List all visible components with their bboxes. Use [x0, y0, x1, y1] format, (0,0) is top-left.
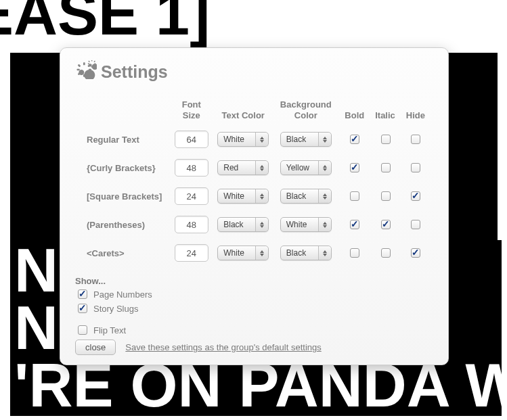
panel-title-text: Settings	[101, 62, 168, 82]
svg-rect-8	[91, 60, 92, 62]
close-button[interactable]: close	[75, 340, 116, 355]
show-header: Show...	[75, 276, 433, 286]
flip-text-checkbox[interactable]	[78, 325, 87, 335]
col-bg-color: Background Color	[275, 99, 336, 120]
settings-row: Regular TextWhiteBlack	[86, 130, 428, 149]
bold-checkbox[interactable]	[350, 191, 359, 201]
chevron-updown-icon	[318, 161, 331, 174]
hide-checkbox[interactable]	[411, 248, 420, 258]
chevron-updown-icon	[318, 189, 331, 203]
italic-checkbox[interactable]	[381, 248, 391, 258]
chevron-updown-icon	[318, 133, 331, 146]
bold-checkbox[interactable]	[350, 135, 359, 144]
show-option-label: Story Slugs	[93, 304, 138, 314]
panel-footer: close Save these settings as the group's…	[75, 340, 322, 355]
chevron-updown-icon	[255, 246, 268, 260]
flip-text-label: Flip Text	[93, 325, 126, 335]
settings-panel: Settings Font Size Text Color Background…	[60, 47, 449, 365]
text-color-select[interactable]: White	[217, 132, 269, 147]
col-text-color: Text Color	[217, 99, 269, 120]
show-option-checkbox[interactable]	[78, 289, 87, 299]
show-option[interactable]: Story Slugs	[75, 302, 433, 315]
hide-checkbox[interactable]	[411, 220, 420, 229]
svg-rect-0	[83, 62, 85, 65]
show-option-label: Page Numbers	[93, 289, 152, 300]
viewport: EASE 1] NI NE 'RE ON PANDA W	[0, 0, 507, 420]
close-button-label: close	[85, 342, 106, 352]
hide-checkbox[interactable]	[411, 163, 420, 172]
col-font-size: Font Size	[171, 99, 211, 120]
flip-text-row[interactable]: Flip Text	[75, 323, 433, 337]
svg-rect-1	[83, 74, 85, 77]
italic-checkbox[interactable]	[381, 191, 391, 201]
col-bold: Bold	[342, 99, 367, 120]
italic-checkbox[interactable]	[381, 135, 391, 144]
row-label: {Curly Brackets}	[86, 158, 166, 177]
font-size-input[interactable]	[175, 159, 208, 177]
settings-row: {Curly Brackets}RedYellow	[86, 158, 428, 177]
text-color-select[interactable]: Red	[217, 160, 269, 175]
col-hide: Hide	[403, 99, 428, 120]
chevron-updown-icon	[255, 218, 268, 231]
chevron-updown-icon	[255, 189, 268, 203]
panel-title: Settings	[75, 60, 433, 83]
bold-checkbox[interactable]	[350, 163, 359, 172]
row-label: [Square Brackets]	[86, 187, 166, 206]
svg-rect-11	[94, 63, 95, 64]
italic-checkbox[interactable]	[381, 220, 391, 229]
chevron-updown-icon	[318, 218, 331, 231]
italic-checkbox[interactable]	[381, 163, 391, 172]
row-label: <Carets>	[86, 243, 166, 262]
bg-line-1: EASE 1]	[0, 0, 507, 54]
font-size-input[interactable]	[175, 216, 208, 233]
gear-icon	[75, 60, 97, 83]
save-defaults-link[interactable]: Save these settings as the group's defau…	[125, 342, 321, 352]
bg-color-select[interactable]: Black	[280, 246, 332, 260]
bold-checkbox[interactable]	[350, 220, 359, 229]
row-label: (Parentheses)	[86, 215, 166, 234]
settings-grid: Font Size Text Color Background Color Bo…	[81, 90, 433, 272]
font-size-input[interactable]	[175, 131, 208, 148]
svg-rect-3	[89, 69, 91, 71]
show-option-checkbox[interactable]	[78, 304, 87, 313]
settings-row: <Carets>WhiteBlack	[86, 243, 428, 262]
font-size-input[interactable]	[175, 187, 208, 205]
hide-checkbox[interactable]	[411, 135, 420, 144]
hide-checkbox[interactable]	[411, 191, 420, 201]
save-defaults-label: Save these settings as the group's defau…	[125, 342, 321, 352]
bg-color-select[interactable]: Black	[280, 132, 332, 147]
chevron-updown-icon	[255, 133, 268, 146]
svg-rect-12	[88, 61, 90, 63]
chevron-updown-icon	[255, 161, 268, 174]
font-size-input[interactable]	[175, 244, 208, 262]
show-block: Show... Page NumbersStory Slugs Flip Tex…	[75, 276, 433, 337]
svg-rect-10	[88, 63, 89, 64]
row-label: Regular Text	[86, 130, 166, 149]
svg-rect-13	[93, 61, 95, 63]
settings-row: [Square Brackets]WhiteBlack	[86, 187, 428, 206]
svg-rect-2	[77, 69, 80, 71]
text-color-select[interactable]: White	[217, 189, 269, 204]
bg-color-select[interactable]: White	[280, 217, 332, 232]
show-option[interactable]: Page Numbers	[75, 287, 433, 301]
bg-color-select[interactable]: Black	[280, 189, 332, 204]
text-color-select[interactable]: White	[217, 246, 269, 260]
svg-rect-9	[91, 66, 92, 68]
settings-row: (Parentheses)BlackWhite	[86, 215, 428, 234]
text-color-select[interactable]: Black	[217, 217, 269, 232]
chevron-updown-icon	[318, 246, 331, 260]
bg-color-select[interactable]: Yellow	[280, 160, 332, 175]
bold-checkbox[interactable]	[350, 248, 359, 258]
svg-rect-4	[78, 64, 81, 68]
col-italic: Italic	[372, 99, 398, 120]
